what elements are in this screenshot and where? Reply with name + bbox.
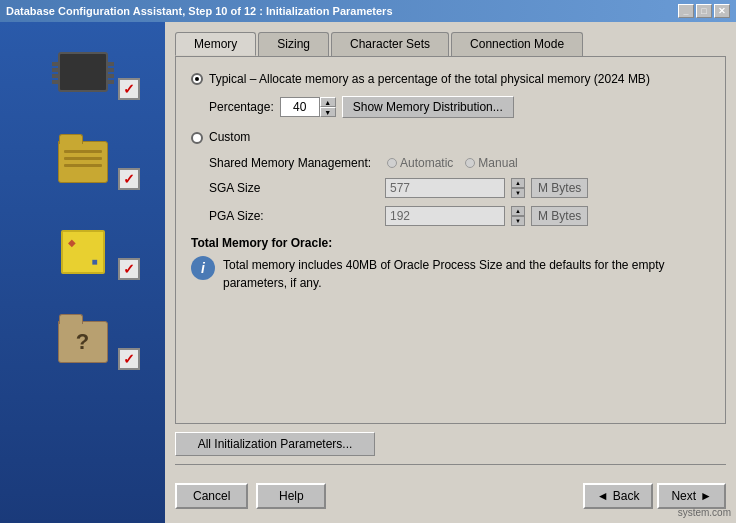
next-arrow-icon: ►	[700, 489, 712, 503]
tab-connection-mode[interactable]: Connection Mode	[451, 32, 583, 56]
left-buttons: Cancel Help	[175, 483, 326, 509]
pga-size-row: PGA Size: ▲ ▼ M Bytes	[209, 206, 710, 226]
sga-label: SGA Size	[209, 181, 379, 195]
cancel-button[interactable]: Cancel	[175, 483, 248, 509]
right-buttons: ◄ Back Next ►	[583, 483, 726, 509]
custom-label: Custom	[209, 130, 250, 144]
window-title: Database Configuration Assistant, Step 1…	[6, 5, 393, 17]
chip-icon	[58, 52, 108, 92]
pga-spinner: ▲ ▼	[511, 206, 525, 226]
custom-section-content: Shared Memory Management: Automatic Manu…	[209, 156, 710, 226]
next-button[interactable]: Next ►	[657, 483, 726, 509]
typical-label: Typical – Allocate memory as a percentag…	[209, 72, 650, 86]
show-memory-btn[interactable]: Show Memory Distribution...	[342, 96, 514, 118]
pga-unit: M Bytes	[531, 206, 588, 226]
tab-bar: Memory Sizing Character Sets Connection …	[175, 32, 726, 56]
typical-radio-option: Typical – Allocate memory as a percentag…	[191, 72, 710, 86]
folder-line-1	[64, 150, 102, 153]
button-row: Cancel Help ◄ Back Next ►	[175, 479, 726, 513]
next-label: Next	[671, 489, 696, 503]
help-folder-icon: ?	[58, 321, 108, 363]
sga-spinner: ▲ ▼	[511, 178, 525, 198]
info-section: Total Memory for Oracle: i Total memory …	[191, 236, 710, 292]
sidebar-item-4: ? ✓	[10, 312, 155, 372]
custom-radio-option: Custom	[191, 130, 710, 144]
checkmark-4: ✓	[118, 348, 140, 370]
checkmark-2: ✓	[118, 168, 140, 190]
auto-radio-input[interactable]	[387, 158, 397, 168]
manual-option[interactable]: Manual	[465, 156, 517, 170]
chip-icon-container	[48, 42, 118, 102]
auto-manual-options: Automatic Manual	[387, 156, 518, 170]
pga-label: PGA Size:	[209, 209, 379, 223]
auto-label: Automatic	[400, 156, 453, 170]
sidebar: ✓ ✓ ✓ ?	[0, 22, 165, 523]
help-folder-icon-container: ?	[48, 312, 118, 372]
custom-radio-input[interactable]	[191, 132, 203, 144]
puzzle-icon-container	[48, 222, 118, 282]
sga-size-row: SGA Size ▲ ▼ M Bytes	[209, 178, 710, 198]
info-text: Total memory includes 40MB of Oracle Pro…	[223, 256, 710, 292]
folder-doc-icon-container	[48, 132, 118, 192]
shared-mem-label: Shared Memory Management:	[209, 156, 379, 170]
percentage-label: Percentage:	[209, 100, 274, 114]
tab-sizing[interactable]: Sizing	[258, 32, 329, 56]
total-memory-title: Total Memory for Oracle:	[191, 236, 710, 250]
all-init-wrapper: All Initialization Parameters...	[175, 432, 726, 456]
tab-memory[interactable]: Memory	[175, 32, 256, 56]
title-bar: Database Configuration Assistant, Step 1…	[0, 0, 736, 22]
folder-line-2	[64, 157, 102, 160]
checkmark-1: ✓	[118, 78, 140, 100]
info-row: i Total memory includes 40MB of Oracle P…	[191, 256, 710, 292]
folder-lines	[64, 150, 102, 171]
checkmark-3: ✓	[118, 258, 140, 280]
pga-decrement[interactable]: ▼	[511, 216, 525, 226]
shared-mem-row: Shared Memory Management: Automatic Manu…	[209, 156, 710, 170]
back-button[interactable]: ◄ Back	[583, 483, 654, 509]
back-label: Back	[613, 489, 640, 503]
back-arrow-icon: ◄	[597, 489, 609, 503]
close-button[interactable]: ✕	[714, 4, 730, 18]
sidebar-item-1: ✓	[10, 42, 155, 102]
bottom-section: All Initialization Parameters... Cancel …	[175, 432, 726, 513]
percentage-decrement[interactable]: ▼	[320, 107, 336, 117]
manual-radio-input[interactable]	[465, 158, 475, 168]
percentage-spinner-buttons: ▲ ▼	[320, 97, 336, 117]
folder-line-3	[64, 164, 102, 167]
minimize-button[interactable]: _	[678, 4, 694, 18]
sga-increment[interactable]: ▲	[511, 178, 525, 188]
sga-input[interactable]	[385, 178, 505, 198]
tab-character-sets[interactable]: Character Sets	[331, 32, 449, 56]
help-button[interactable]: Help	[256, 483, 326, 509]
divider	[175, 464, 726, 465]
sidebar-item-3: ✓	[10, 222, 155, 282]
content-area: Memory Sizing Character Sets Connection …	[165, 22, 736, 523]
all-init-btn[interactable]: All Initialization Parameters...	[175, 432, 375, 456]
auto-option[interactable]: Automatic	[387, 156, 453, 170]
info-icon: i	[191, 256, 215, 280]
percentage-row: Percentage: ▲ ▼ Show Memory Distribution…	[209, 96, 710, 118]
sidebar-item-2: ✓	[10, 132, 155, 192]
percentage-increment[interactable]: ▲	[320, 97, 336, 107]
manual-label: Manual	[478, 156, 517, 170]
pga-increment[interactable]: ▲	[511, 206, 525, 216]
pga-input[interactable]	[385, 206, 505, 226]
sga-decrement[interactable]: ▼	[511, 188, 525, 198]
puzzle-icon	[61, 230, 105, 274]
typical-radio-input[interactable]	[191, 73, 203, 85]
percentage-spinner: ▲ ▼	[280, 97, 336, 117]
sga-unit: M Bytes	[531, 178, 588, 198]
maximize-button[interactable]: □	[696, 4, 712, 18]
main-container: ✓ ✓ ✓ ?	[0, 22, 736, 523]
percentage-input[interactable]	[280, 97, 320, 117]
folder-doc-icon	[58, 141, 108, 183]
window-controls: _ □ ✕	[678, 4, 730, 18]
watermark: system.com	[678, 507, 731, 518]
tab-panel-memory: Typical – Allocate memory as a percentag…	[175, 56, 726, 424]
